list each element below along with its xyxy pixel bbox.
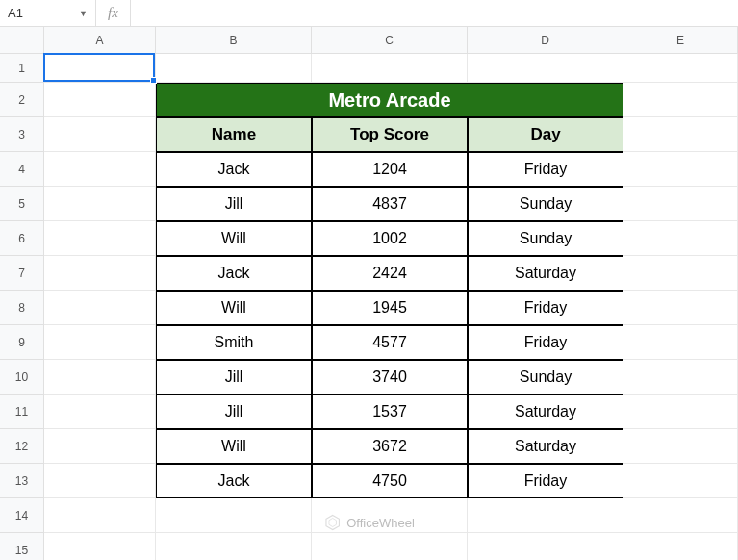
col-header-b[interactable]: B bbox=[156, 27, 312, 54]
table-row[interactable]: 1945 bbox=[312, 291, 468, 325]
name-box[interactable]: A1 ▼ bbox=[0, 0, 96, 26]
row-header-6[interactable]: 6 bbox=[0, 221, 44, 256]
table-row[interactable]: Jack bbox=[156, 152, 312, 187]
table-row[interactable]: 1002 bbox=[312, 221, 468, 256]
cell-e9[interactable] bbox=[623, 325, 738, 360]
table-row[interactable]: 4577 bbox=[312, 325, 468, 360]
table-row[interactable]: Friday bbox=[468, 464, 623, 498]
table-row[interactable]: 1537 bbox=[312, 395, 468, 429]
cell-e7[interactable] bbox=[623, 256, 738, 291]
cell-a7[interactable] bbox=[44, 256, 156, 291]
cell-d14[interactable] bbox=[468, 498, 623, 533]
col-header-e[interactable]: E bbox=[623, 27, 738, 54]
row-header-14[interactable]: 14 bbox=[0, 498, 44, 533]
row-header-5[interactable]: 5 bbox=[0, 187, 44, 221]
cell-e8[interactable] bbox=[623, 291, 738, 325]
cell-c1[interactable] bbox=[312, 54, 468, 83]
cell-a9[interactable] bbox=[44, 325, 156, 360]
formula-bar: A1 ▼ fx bbox=[0, 0, 738, 27]
row-header-1[interactable]: 1 bbox=[0, 54, 44, 83]
dropdown-icon: ▼ bbox=[79, 9, 88, 18]
header-score[interactable]: Top Score bbox=[312, 117, 468, 152]
col-header-a[interactable]: A bbox=[44, 27, 156, 54]
row-header-9[interactable]: 9 bbox=[0, 325, 44, 360]
cell-e1[interactable] bbox=[623, 54, 738, 83]
row-header-3[interactable]: 3 bbox=[0, 117, 44, 152]
row-header-8[interactable]: 8 bbox=[0, 291, 44, 325]
row-header-2[interactable]: 2 bbox=[0, 83, 44, 117]
col-header-c[interactable]: C bbox=[312, 27, 468, 54]
table-row[interactable]: Sunday bbox=[468, 360, 623, 395]
table-row[interactable]: Saturday bbox=[468, 395, 623, 429]
table-row[interactable]: Jill bbox=[156, 187, 312, 221]
row-header-4[interactable]: 4 bbox=[0, 152, 44, 187]
cell-a3[interactable] bbox=[44, 117, 156, 152]
cell-a6[interactable] bbox=[44, 221, 156, 256]
cell-a14[interactable] bbox=[44, 498, 156, 533]
table-row[interactable]: Friday bbox=[468, 152, 623, 187]
cell-a10[interactable] bbox=[44, 360, 156, 395]
cell-a5[interactable] bbox=[44, 187, 156, 221]
cell-a2[interactable] bbox=[44, 83, 156, 117]
row-header-10[interactable]: 10 bbox=[0, 360, 44, 395]
table-row[interactable]: Friday bbox=[468, 325, 623, 360]
cell-c14[interactable] bbox=[312, 498, 468, 533]
row-header-7[interactable]: 7 bbox=[0, 256, 44, 291]
table-row[interactable]: Saturday bbox=[468, 429, 623, 464]
table-row[interactable]: Friday bbox=[468, 291, 623, 325]
cell-e12[interactable] bbox=[623, 429, 738, 464]
table-row[interactable]: 1204 bbox=[312, 152, 468, 187]
cell-a12[interactable] bbox=[44, 429, 156, 464]
cell-e3[interactable] bbox=[623, 117, 738, 152]
cell-e15[interactable] bbox=[623, 533, 738, 560]
table-row[interactable]: 3672 bbox=[312, 429, 468, 464]
table-row[interactable]: Jill bbox=[156, 360, 312, 395]
cell-e2[interactable] bbox=[623, 83, 738, 117]
header-name[interactable]: Name bbox=[156, 117, 312, 152]
table-title[interactable]: Metro Arcade bbox=[156, 83, 623, 117]
formula-input[interactable] bbox=[131, 0, 738, 26]
cell-e10[interactable] bbox=[623, 360, 738, 395]
row-header-12[interactable]: 12 bbox=[0, 429, 44, 464]
table-row[interactable]: 2424 bbox=[312, 256, 468, 291]
cell-a15[interactable] bbox=[44, 533, 156, 560]
header-day[interactable]: Day bbox=[468, 117, 623, 152]
table-row[interactable]: 4837 bbox=[312, 187, 468, 221]
table-row[interactable]: Saturday bbox=[468, 256, 623, 291]
sheet-area: 1 2 3 4 5 6 7 8 9 10 11 12 13 14 15 A B … bbox=[0, 27, 738, 560]
table-row[interactable]: Jill bbox=[156, 395, 312, 429]
cell-e14[interactable] bbox=[623, 498, 738, 533]
cell-e13[interactable] bbox=[623, 464, 738, 498]
table-row[interactable]: Jack bbox=[156, 256, 312, 291]
cell-a1[interactable] bbox=[44, 54, 156, 83]
col-header-d[interactable]: D bbox=[468, 27, 623, 54]
table-row[interactable]: Smith bbox=[156, 325, 312, 360]
table-row[interactable]: Jack bbox=[156, 464, 312, 498]
cell-b14[interactable] bbox=[156, 498, 312, 533]
cell-d1[interactable] bbox=[468, 54, 623, 83]
table-row[interactable]: Will bbox=[156, 429, 312, 464]
cell-e4[interactable] bbox=[623, 152, 738, 187]
cell-e11[interactable] bbox=[623, 395, 738, 429]
table-row[interactable]: Sunday bbox=[468, 187, 623, 221]
cell-a4[interactable] bbox=[44, 152, 156, 187]
select-all-corner[interactable] bbox=[0, 27, 44, 54]
table-row[interactable]: Will bbox=[156, 291, 312, 325]
row-header-11[interactable]: 11 bbox=[0, 395, 44, 429]
row-header-13[interactable]: 13 bbox=[0, 464, 44, 498]
table-row[interactable]: Will bbox=[156, 221, 312, 256]
table-row[interactable]: Sunday bbox=[468, 221, 623, 256]
cell-d15[interactable] bbox=[468, 533, 623, 560]
cell-a11[interactable] bbox=[44, 395, 156, 429]
table-row[interactable]: 4750 bbox=[312, 464, 468, 498]
cell-b1[interactable] bbox=[156, 54, 312, 83]
cell-a13[interactable] bbox=[44, 464, 156, 498]
row-header-15[interactable]: 15 bbox=[0, 533, 44, 560]
cell-a8[interactable] bbox=[44, 291, 156, 325]
cell-c15[interactable] bbox=[312, 533, 468, 560]
cell-e6[interactable] bbox=[623, 221, 738, 256]
cell-b15[interactable] bbox=[156, 533, 312, 560]
table-row[interactable]: 3740 bbox=[312, 360, 468, 395]
cells-grid[interactable]: Metro Arcade Name Top Score Day Jack 120… bbox=[44, 54, 738, 560]
cell-e5[interactable] bbox=[623, 187, 738, 221]
